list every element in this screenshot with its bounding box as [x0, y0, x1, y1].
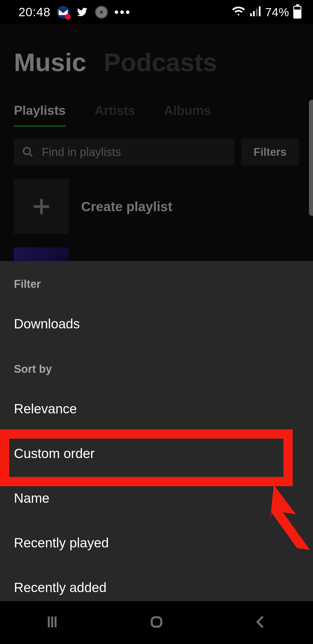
sort-section-title: Sort by	[0, 346, 313, 386]
battery-icon	[293, 6, 301, 19]
battery-percent: 74%	[265, 6, 289, 19]
disc-icon	[95, 6, 108, 19]
nav-back-button[interactable]	[253, 614, 269, 631]
sort-option-recently-played[interactable]: Recently played	[0, 520, 313, 565]
android-nav-bar	[0, 601, 313, 644]
svg-rect-13	[152, 617, 161, 627]
status-bar: 20:48 ••• 74%	[0, 0, 313, 24]
sort-option-name[interactable]: Name	[0, 476, 313, 520]
nav-home-button[interactable]	[148, 614, 165, 631]
twitter-icon	[76, 6, 89, 19]
wifi-icon	[232, 5, 245, 19]
nav-recents-button[interactable]	[44, 614, 60, 631]
svg-rect-5	[259, 6, 261, 16]
signal-icon	[250, 5, 261, 19]
filter-section-title: Filter	[0, 261, 313, 301]
status-time: 20:48	[19, 5, 50, 19]
svg-rect-4	[256, 9, 258, 16]
svg-point-1	[100, 11, 103, 14]
more-icon: •••	[114, 5, 131, 19]
filter-sort-sheet: Filter Downloads Sort by Relevance Custo…	[0, 261, 313, 601]
mail-icon	[57, 6, 70, 19]
svg-rect-2	[250, 13, 252, 16]
filter-option-downloads[interactable]: Downloads	[0, 301, 313, 346]
svg-rect-3	[253, 11, 255, 16]
sort-option-relevance[interactable]: Relevance	[0, 386, 313, 431]
sort-option-custom-order[interactable]: Custom order	[0, 431, 313, 476]
